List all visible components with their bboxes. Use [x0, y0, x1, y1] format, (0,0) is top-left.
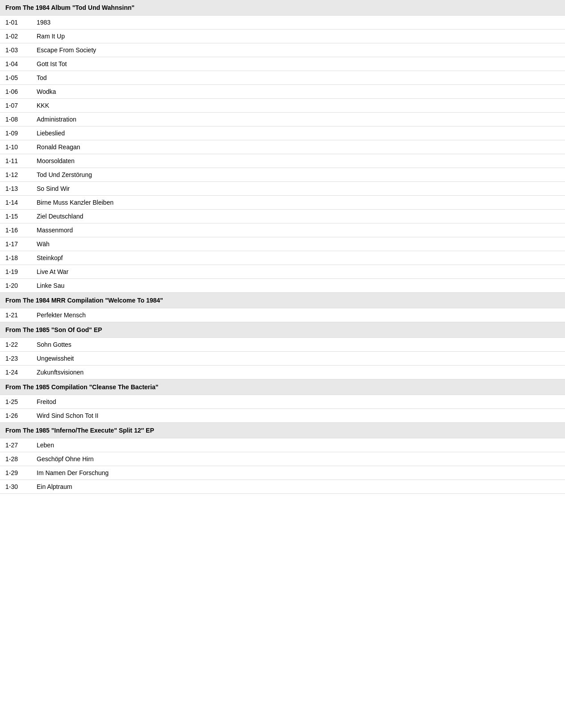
- track-number: 1-12: [0, 168, 31, 182]
- track-title: Live At War: [31, 265, 565, 279]
- section-header-row: From The 1985 "Son Of God" EP: [0, 322, 565, 338]
- section-header-label: From The 1985 "Son Of God" EP: [0, 322, 565, 338]
- track-number: 1-10: [0, 140, 31, 154]
- track-title: Perfekter Mensch: [31, 308, 565, 322]
- table-row: 1-05Tod: [0, 71, 565, 85]
- table-row: 1-07KKK: [0, 99, 565, 113]
- track-number: 1-20: [0, 279, 31, 293]
- track-number: 1-03: [0, 43, 31, 57]
- track-title: Escape From Society: [31, 43, 565, 57]
- table-row: 1-15Ziel Deutschland: [0, 210, 565, 223]
- table-row: 1-10Ronald Reagan: [0, 140, 565, 154]
- track-title: Wird Sind Schon Tot II: [31, 409, 565, 423]
- track-title: Ram It Up: [31, 29, 565, 43]
- track-title: Birne Muss Kanzler Bleiben: [31, 196, 565, 210]
- track-title: Ronald Reagan: [31, 140, 565, 154]
- table-row: 1-08Administration: [0, 113, 565, 126]
- track-title: Freitod: [31, 395, 565, 409]
- section-header-row: From The 1984 Album "Tod Und Wahnsinn": [0, 0, 565, 16]
- table-row: 1-24Zukunftsvisionen: [0, 366, 565, 379]
- section-header-row: From The 1985 Compilation "Cleanse The B…: [0, 379, 565, 395]
- section-header-label: From The 1984 MRR Compilation "Welcome T…: [0, 293, 565, 308]
- section-header-row: From The 1985 "Inferno/The Execute" Spli…: [0, 423, 565, 438]
- track-number: 1-24: [0, 366, 31, 379]
- track-title: Steinkopf: [31, 251, 565, 265]
- track-number: 1-17: [0, 237, 31, 251]
- track-title: Sohn Gottes: [31, 338, 565, 352]
- track-number: 1-02: [0, 29, 31, 43]
- track-title: Moorsoldaten: [31, 154, 565, 168]
- track-number: 1-30: [0, 480, 31, 494]
- table-row: 1-21Perfekter Mensch: [0, 308, 565, 322]
- section-header-label: From The 1984 Album "Tod Und Wahnsinn": [0, 0, 565, 16]
- track-title: Im Namen Der Forschung: [31, 466, 565, 480]
- track-title: Wodka: [31, 85, 565, 99]
- table-row: 1-29Im Namen Der Forschung: [0, 466, 565, 480]
- track-title: Linke Sau: [31, 279, 565, 293]
- table-row: 1-09Liebeslied: [0, 126, 565, 140]
- table-row: 1-13So Sind Wir: [0, 182, 565, 196]
- track-number: 1-29: [0, 466, 31, 480]
- track-title: 1983: [31, 16, 565, 29]
- table-row: 1-17Wäh: [0, 237, 565, 251]
- track-title: Tod: [31, 71, 565, 85]
- track-title: Leben: [31, 438, 565, 452]
- track-number: 1-04: [0, 57, 31, 71]
- table-row: 1-02Ram It Up: [0, 29, 565, 43]
- table-row: 1-03Escape From Society: [0, 43, 565, 57]
- track-number: 1-19: [0, 265, 31, 279]
- table-row: 1-18Steinkopf: [0, 251, 565, 265]
- track-number: 1-06: [0, 85, 31, 99]
- track-number: 1-25: [0, 395, 31, 409]
- track-number: 1-08: [0, 113, 31, 126]
- track-number: 1-11: [0, 154, 31, 168]
- track-title: Ein Alptraum: [31, 480, 565, 494]
- section-header-row: From The 1984 MRR Compilation "Welcome T…: [0, 293, 565, 308]
- track-title: Ungewissheit: [31, 352, 565, 366]
- section-header-label: From The 1985 "Inferno/The Execute" Spli…: [0, 423, 565, 438]
- track-title: Gott Ist Tot: [31, 57, 565, 71]
- track-title: KKK: [31, 99, 565, 113]
- table-row: 1-28Geschöpf Ohne Hirn: [0, 452, 565, 466]
- table-row: 1-11Moorsoldaten: [0, 154, 565, 168]
- track-title: Wäh: [31, 237, 565, 251]
- table-row: 1-20Linke Sau: [0, 279, 565, 293]
- track-number: 1-13: [0, 182, 31, 196]
- track-title: Geschöpf Ohne Hirn: [31, 452, 565, 466]
- table-row: 1-04Gott Ist Tot: [0, 57, 565, 71]
- track-number: 1-28: [0, 452, 31, 466]
- track-title: Zukunftsvisionen: [31, 366, 565, 379]
- track-number: 1-05: [0, 71, 31, 85]
- section-header-label: From The 1985 Compilation "Cleanse The B…: [0, 379, 565, 395]
- track-number: 1-23: [0, 352, 31, 366]
- track-number: 1-27: [0, 438, 31, 452]
- table-row: 1-25Freitod: [0, 395, 565, 409]
- track-number: 1-22: [0, 338, 31, 352]
- table-row: 1-27Leben: [0, 438, 565, 452]
- track-title: Liebeslied: [31, 126, 565, 140]
- table-row: 1-16Massenmord: [0, 223, 565, 237]
- track-number: 1-01: [0, 16, 31, 29]
- table-row: 1-06Wodka: [0, 85, 565, 99]
- track-title: Administration: [31, 113, 565, 126]
- track-title: Ziel Deutschland: [31, 210, 565, 223]
- table-row: 1-14Birne Muss Kanzler Bleiben: [0, 196, 565, 210]
- track-number: 1-14: [0, 196, 31, 210]
- table-row: 1-30Ein Alptraum: [0, 480, 565, 494]
- track-number: 1-09: [0, 126, 31, 140]
- table-row: 1-26Wird Sind Schon Tot II: [0, 409, 565, 423]
- track-title: Tod Und Zerstörung: [31, 168, 565, 182]
- track-number: 1-07: [0, 99, 31, 113]
- table-row: 1-011983: [0, 16, 565, 29]
- track-title: So Sind Wir: [31, 182, 565, 196]
- track-title: Massenmord: [31, 223, 565, 237]
- track-number: 1-16: [0, 223, 31, 237]
- track-number: 1-18: [0, 251, 31, 265]
- table-row: 1-22Sohn Gottes: [0, 338, 565, 352]
- table-row: 1-19Live At War: [0, 265, 565, 279]
- table-row: 1-23Ungewissheit: [0, 352, 565, 366]
- track-number: 1-21: [0, 308, 31, 322]
- track-number: 1-15: [0, 210, 31, 223]
- table-row: 1-12Tod Und Zerstörung: [0, 168, 565, 182]
- tracklist-table: From The 1984 Album "Tod Und Wahnsinn"1-…: [0, 0, 565, 494]
